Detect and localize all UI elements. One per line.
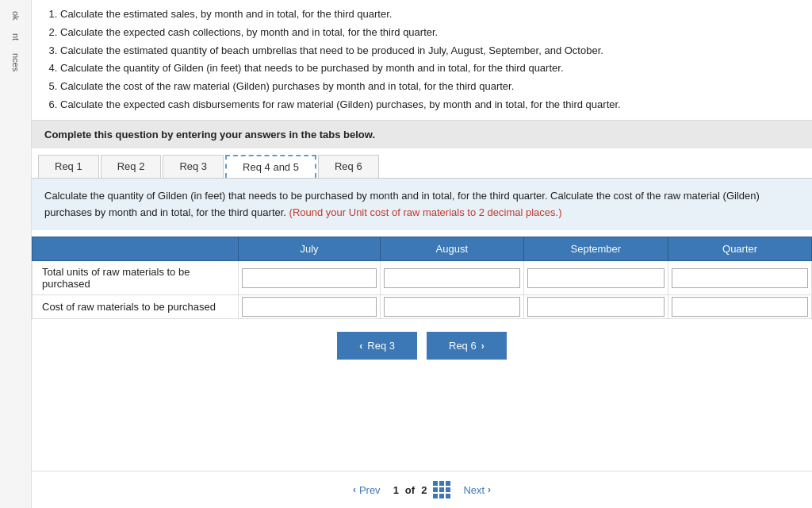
- page-of: of: [405, 484, 415, 496]
- table-row: Total units of raw materials to be purch…: [33, 261, 812, 295]
- cell-1-0: [238, 295, 380, 319]
- next-label: Next: [463, 484, 485, 496]
- instructions: Calculate the estimated sales, by month …: [32, 0, 812, 121]
- cell-0-1: [381, 261, 524, 295]
- req6-label: Req 6: [449, 340, 477, 352]
- prev-page-icon: ‹: [353, 484, 356, 495]
- tab-req-3[interactable]: Req 3: [163, 155, 224, 178]
- next-page-icon: ›: [488, 484, 491, 495]
- next-chevron-icon: ›: [481, 341, 485, 352]
- data-table-wrapper: JulyAugustSeptemberQuarter Total units o…: [32, 230, 812, 319]
- sidebar: ok nt nces: [0, 0, 32, 508]
- instruction-item-1: Calculate the estimated sales, by month …: [60, 6, 799, 23]
- req3-button[interactable]: ‹ Req 3: [337, 332, 417, 360]
- tabs-container: Req 1Req 2Req 3Req 4 and 5Req 6: [32, 148, 812, 179]
- sidebar-item-ok[interactable]: ok: [10, 8, 22, 24]
- tab-req-1[interactable]: Req 1: [38, 155, 99, 178]
- page-info: 1 of 2: [393, 481, 451, 498]
- cell-0-3: [668, 261, 812, 295]
- col-header-1: July: [238, 237, 380, 261]
- content-area: Calculate the quantity of Gilden (in fee…: [32, 179, 812, 471]
- bottom-bar: ‹ Prev 1 of 2 Next ›: [32, 471, 812, 508]
- input-0-3[interactable]: [672, 268, 808, 288]
- instruction-item-4: Calculate the quantity of Gilden (in fee…: [60, 60, 799, 77]
- col-header-3: September: [523, 237, 668, 261]
- table-row: Cost of raw materials to be purchased: [33, 295, 812, 319]
- cell-0-2: [523, 261, 668, 295]
- sidebar-item-nces[interactable]: nces: [10, 50, 22, 75]
- prev-button[interactable]: ‹ Prev: [353, 484, 381, 496]
- instruction-box: Calculate the quantity of Gilden (in fee…: [32, 179, 812, 231]
- cell-1-1: [381, 295, 524, 319]
- input-0-1[interactable]: [384, 268, 520, 288]
- instruction-highlight: (Round your Unit cost of raw materials t…: [289, 206, 562, 218]
- row-label-0: Total units of raw materials to be purch…: [33, 261, 239, 295]
- sidebar-item-nt[interactable]: nt: [10, 30, 22, 44]
- col-header-0: [33, 237, 239, 261]
- complete-banner: Complete this question by entering your …: [32, 121, 812, 148]
- nav-buttons: ‹ Req 3 Req 6 ›: [32, 319, 812, 369]
- instruction-item-3: Calculate the estimated quantity of beac…: [60, 43, 799, 60]
- page-current: 1: [393, 484, 399, 496]
- req3-label: Req 3: [367, 340, 395, 352]
- instruction-item-6: Calculate the expected cash disbursement…: [60, 97, 799, 114]
- req6-button[interactable]: Req 6 ›: [427, 332, 507, 360]
- next-button[interactable]: Next ›: [463, 484, 491, 496]
- input-0-2[interactable]: [527, 268, 665, 288]
- prev-chevron-icon: ‹: [359, 341, 362, 352]
- row-label-1: Cost of raw materials to be purchased: [33, 295, 239, 319]
- input-1-2[interactable]: [527, 297, 665, 317]
- page-total: 2: [421, 484, 427, 496]
- tab-req-2[interactable]: Req 2: [101, 155, 162, 178]
- input-1-3[interactable]: [672, 297, 808, 317]
- cell-0-0: [238, 261, 380, 295]
- main-content: Calculate the estimated sales, by month …: [32, 0, 812, 508]
- input-0-0[interactable]: [242, 268, 377, 288]
- tab-req-6[interactable]: Req 6: [318, 155, 379, 178]
- data-table: JulyAugustSeptemberQuarter Total units o…: [32, 237, 812, 319]
- tab-req-4-and-5[interactable]: Req 4 and 5: [225, 155, 316, 178]
- prev-label: Prev: [359, 484, 381, 496]
- grid-icon[interactable]: [433, 481, 450, 498]
- question-section: Complete this question by entering your …: [32, 121, 812, 471]
- input-1-1[interactable]: [384, 297, 520, 317]
- instruction-item-2: Calculate the expected cash collections,…: [60, 25, 799, 41]
- instruction-item-5: Calculate the cost of the raw material (…: [60, 79, 799, 95]
- input-1-0[interactable]: [242, 297, 377, 317]
- col-header-2: August: [381, 237, 524, 261]
- cell-1-3: [668, 295, 812, 319]
- col-header-4: Quarter: [668, 237, 812, 261]
- cell-1-2: [523, 295, 668, 319]
